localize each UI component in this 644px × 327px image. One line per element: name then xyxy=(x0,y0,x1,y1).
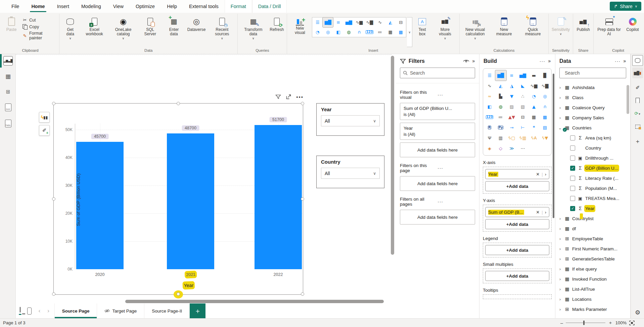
line-and-clustered-column-chart-icon[interactable]: ∿▇ xyxy=(540,81,551,91)
shape-map-icon[interactable]: ▧ xyxy=(517,101,528,112)
card-icon[interactable]: 123 xyxy=(364,27,375,37)
field-checkbox[interactable] xyxy=(570,176,575,181)
zoom-in-button[interactable]: ＋ xyxy=(608,320,613,326)
menu-item-insert[interactable]: Insert xyxy=(51,0,75,13)
cut-button[interactable]: Cut xyxy=(21,17,58,23)
add-data-button[interactable]: +Add data xyxy=(485,271,549,281)
resize-handle[interactable] xyxy=(52,197,55,201)
slicer-icon[interactable]: ⊟ xyxy=(517,112,528,122)
analyze-button[interactable]: ϟ▮▮ xyxy=(39,112,50,123)
field-item-countries[interactable]: ⌄▦✓Countries xyxy=(555,123,630,133)
format-pane-icon[interactable]: ✐ xyxy=(632,82,643,93)
zoom-slider[interactable] xyxy=(566,323,605,323)
field-item-company-sales[interactable]: ›▦Company Sales xyxy=(555,113,630,123)
multi-row-card-icon[interactable]: ≔ xyxy=(375,27,385,37)
filters-search-input[interactable] xyxy=(410,70,472,76)
clustered-bar-chart-icon[interactable]: ≡ xyxy=(506,70,517,81)
field-item-list-alltrue[interactable]: ›▦List-AllTrue xyxy=(555,284,630,294)
text-slicer-icon[interactable]: ϟA xyxy=(528,133,540,143)
100-stacked-bar-chart-icon[interactable]: ▬ xyxy=(528,70,540,81)
country-slicer-dropdown[interactable]: All ∨ xyxy=(321,168,380,179)
collapse-pane-icon[interactable]: » xyxy=(548,58,551,64)
add-data-fields-target[interactable]: Add data fields here xyxy=(400,142,475,157)
chevron-icon[interactable]: › xyxy=(558,115,562,120)
desktop-layout-icon[interactable] xyxy=(20,307,20,315)
line-chart-icon[interactable]: ∿ xyxy=(375,17,385,27)
metrics-goals-icon[interactable]: Ψ xyxy=(484,133,495,143)
filter-card-year[interactable]: Yearis (All) xyxy=(400,123,475,140)
remove-field-icon[interactable]: ✕ xyxy=(536,210,540,215)
power-automate-icon[interactable]: ≫ xyxy=(506,143,517,154)
new-slicer-icon[interactable]: ϟ▥ xyxy=(517,133,528,143)
prep-data-for-ai-button[interactable]: ✦Prep data for AI xyxy=(595,15,623,37)
text-box-button[interactable]: Text box xyxy=(413,15,431,37)
field-checkbox[interactable] xyxy=(570,186,575,191)
chevron-icon[interactable]: › xyxy=(558,85,562,90)
multi-row-card-icon[interactable]: ≔ xyxy=(495,112,506,122)
data-pane-scrollbar[interactable] xyxy=(627,85,629,114)
python-visual-icon[interactable]: Py xyxy=(495,122,506,133)
share-button[interactable]: ↱ Share ∨ xyxy=(610,2,641,11)
pie-chart-icon[interactable]: ◔ xyxy=(528,91,540,101)
chevron-icon[interactable]: › xyxy=(558,307,562,312)
report-slicer-icon[interactable]: ⊟ xyxy=(396,17,406,27)
line-and-stacked-column-chart-icon[interactable]: ∿▆ xyxy=(528,81,540,91)
new-visual-calculation-button[interactable]: New visual calculation∨ xyxy=(461,15,489,41)
chevron-icon[interactable]: › xyxy=(558,226,562,231)
collapse-pane-icon[interactable]: » xyxy=(623,58,626,64)
pie-chart-icon[interactable]: ◔ xyxy=(312,27,323,37)
selection-pane-icon[interactable] xyxy=(632,121,643,132)
report-view-icon[interactable]: ▂▆▃█ xyxy=(3,56,13,66)
matrix-icon[interactable]: ▩ xyxy=(396,27,406,37)
more-options-icon[interactable]: ··· xyxy=(540,58,545,64)
gallery-expand-icon[interactable]: ∨ xyxy=(407,17,412,47)
decomposition-tree-icon[interactable]: ⊢ xyxy=(517,122,528,133)
new-page-button[interactable]: ＋ xyxy=(190,303,205,318)
field-item-if-else-query[interactable]: ›▦If else query xyxy=(555,264,630,274)
quick-measure-button[interactable]: ϟQuick measure xyxy=(519,15,547,37)
sensitivity-button[interactable]: Sensitivity∨ xyxy=(550,15,571,36)
field-item-literacy-rate[interactable]: ΣLiteracy Rate (... xyxy=(555,173,630,183)
ribbon-chart-icon[interactable]: ≈ xyxy=(484,91,495,101)
field-item-country[interactable]: Country xyxy=(555,143,630,153)
excel-workbook-button[interactable]: Excel workbook xyxy=(80,15,108,37)
field-item-class[interactable]: ›⊞Class xyxy=(555,92,630,103)
canvas-horizontal-scrollbar[interactable] xyxy=(125,300,384,303)
table-view-icon[interactable]: ▦ xyxy=(3,72,13,81)
canvas-vertical-scrollbar[interactable] xyxy=(391,56,394,255)
field-checkbox[interactable] xyxy=(570,146,575,151)
chevron-icon[interactable]: › xyxy=(558,246,562,251)
add-data-button[interactable]: +Add data xyxy=(485,219,549,229)
add-pane-icon[interactable]: ＋ xyxy=(632,136,643,147)
chevron-icon[interactable]: › xyxy=(558,105,562,110)
page-tab-source-page[interactable]: Source Page xyxy=(54,303,97,318)
mobile-layout-icon[interactable] xyxy=(27,308,32,315)
eye-icon[interactable] xyxy=(463,59,469,63)
more-options-icon[interactable]: ··· xyxy=(438,199,475,204)
menu-item-view[interactable]: View xyxy=(107,0,130,13)
stacked-area-chart-icon[interactable]: ◮ xyxy=(506,81,517,91)
previous-page-arrow[interactable]: ‹ xyxy=(38,308,41,314)
100-stacked-column-chart-icon[interactable]: ▉ xyxy=(540,70,551,81)
menu-item-optimize[interactable]: Optimize xyxy=(130,0,161,13)
build-pane-scrollbar[interactable] xyxy=(553,74,554,218)
kpi-icon[interactable]: ▲▼ xyxy=(506,112,517,122)
q-and-a-icon[interactable]: ❝ xyxy=(528,122,540,133)
field-item-first-numeric-param[interactable]: ›⊞First Numeric Param... xyxy=(555,244,630,254)
stacked-column-chart-icon[interactable]: ▆█ xyxy=(495,70,506,81)
more-options-icon[interactable]: ··· xyxy=(615,58,620,64)
stacked-bar-chart-icon[interactable]: ☰ xyxy=(312,17,323,27)
chevron-icon[interactable]: › xyxy=(558,216,562,221)
add-data-fields-target[interactable]: Add data fields here xyxy=(400,176,475,191)
format-painter-button[interactable]: Format painter xyxy=(21,31,58,41)
chevron-icon[interactable]: › xyxy=(558,236,562,241)
bar-2022[interactable] xyxy=(255,125,302,269)
add-data-button[interactable]: +Add data xyxy=(485,245,549,255)
menu-item-format[interactable]: Format xyxy=(225,0,252,13)
fit-to-page-icon[interactable] xyxy=(629,321,635,325)
field-item-drillthrough[interactable]: ▣Drillthrough ... xyxy=(555,153,630,163)
clustered-bar-chart-icon[interactable]: ≡ xyxy=(333,17,343,27)
dax-query-view-icon[interactable]: DAX xyxy=(3,103,13,112)
more-visuals-button[interactable]: More visuals∨ xyxy=(432,15,458,41)
field-item-coalesce-query[interactable]: ›▦Coalesce Query xyxy=(555,103,630,113)
